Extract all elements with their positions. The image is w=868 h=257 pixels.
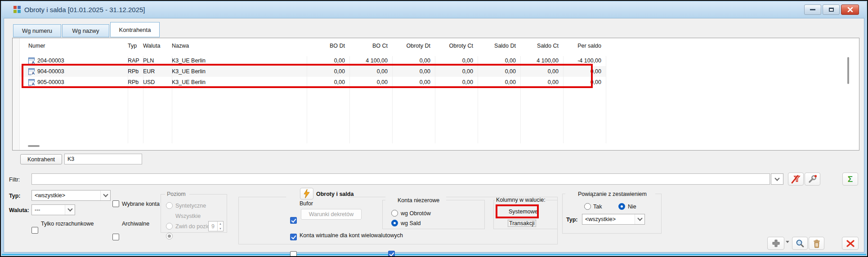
cell-bo-dt: 0,00 [307,55,349,66]
column-header-typ[interactable]: Typ [128,38,143,53]
cell-per-saldo: -4 100,00 [563,55,606,66]
wybrane-konta-checkbox[interactable] [112,200,119,207]
cell-obroty-ct: 0,00 [435,66,478,77]
warunki-dekretow-checkbox[interactable] [290,251,297,257]
account-icon [28,68,35,75]
filter-dropdown-button[interactable] [771,173,783,185]
table-row[interactable]: 905-00003 RPb USD K3_UE Berlin 0,00 0,00… [20,77,606,88]
minimize-icon [810,9,815,10]
cell-obroty-ct: 0,00 [435,77,478,88]
wg-obrotow-radio[interactable] [391,210,398,217]
delete-button[interactable] [809,237,824,250]
cell-typ: RPb [128,77,143,88]
wg-sald-radio[interactable] [391,220,398,226]
archiwalne-checkbox[interactable] [112,234,119,240]
lightning-icon [303,189,310,198]
window-title: Obroty i salda [01.01.2025 - 31.12.2025] [24,6,145,13]
cell-typ: RPb [128,66,143,77]
wybrane-konta-label: Wybrane konta [122,201,160,207]
cell-saldo-dt: 0,00 [478,66,520,77]
table-row[interactable]: 904-00003 RPb EUR K3_UE Berlin 0,00 0,00… [20,66,606,77]
add-dropdown-icon[interactable] [786,241,789,243]
column-gridline [520,56,521,143]
tak-label: Tak [593,204,602,210]
cell-numer: 905-00003 [20,77,128,88]
column-gridline [563,56,564,143]
cell-waluta: USD [143,77,172,88]
sigma-icon: Σ [848,175,853,183]
cell-obroty-ct: 0,00 [435,55,478,66]
waluta-label: Waluta: [9,207,29,213]
close-button[interactable] [841,4,859,15]
column-header-bo-dt[interactable]: BO Dt [307,38,349,53]
column-header-waluta[interactable]: Waluta [143,38,172,53]
column-gridline [128,56,128,143]
archiwalne-label: Archiwalne [122,221,149,227]
cell-waluta: PLN [143,55,172,66]
cell-waluta: EUR [143,66,172,77]
column-header-per-saldo[interactable]: Per saldo [563,38,606,53]
spinner-arrows[interactable]: ▲▼ [217,222,223,231]
column-header-numer[interactable]: Numer [20,38,128,53]
tab-wg-nazwy[interactable]: Wg nazwy [62,24,109,37]
column-header-obroty-ct[interactable]: Obroty Ct [435,38,478,53]
spinner-up-icon[interactable]: ▲ [218,222,223,226]
minimize-button[interactable] [804,4,821,15]
cancel-button[interactable] [842,237,859,250]
cell-saldo-dt: 0,00 [478,77,520,88]
tab-wg-numeru[interactable]: Wg numeru [13,24,61,37]
kontrahent-button[interactable]: Kontrahent [20,154,62,164]
column-gridline [349,56,350,143]
typ-select[interactable]: <wszystkie> [31,190,111,201]
obroty-i-salda-checkbox[interactable] [290,217,297,224]
nie-radio[interactable] [618,203,625,210]
lightning-button[interactable] [300,188,313,199]
column-header-bo-ct[interactable]: BO Ct [349,38,392,53]
tylko-rozrachunkowe-checkbox[interactable] [31,227,38,234]
nie-label: Nie [628,204,636,210]
column-header-obroty-dt[interactable]: Obroty Dt [392,38,435,53]
column-header-saldo-dt[interactable]: Saldo Dt [478,38,520,53]
konta-niezerowe-checkbox[interactable] [388,251,395,257]
poziom-spinner[interactable]: 9 ▲▼ [208,221,224,231]
column-header-nazwa[interactable]: Nazwa [172,38,307,53]
cell-saldo-ct: 0,00 [520,66,563,77]
cell-obroty-dt: 0,00 [392,66,435,77]
table-header-row[interactable]: Numer Typ Waluta Nazwa BO Dt BO Ct Obrot… [20,38,606,56]
sum-button[interactable]: Σ [842,173,858,186]
cell-nazwa: K3_UE Berlin [172,66,307,77]
clear-filter-button[interactable] [788,173,804,186]
waluta-select[interactable]: --- [31,204,75,215]
add-button[interactable] [767,237,784,250]
column-gridline [478,56,478,143]
typ-label: Typ: [9,193,20,199]
cell-bo-ct: 4 100,00 [349,55,392,66]
transakcji-label: Transakcji [508,220,536,227]
filter-settings-button[interactable] [805,173,820,186]
tab-kontrahenta[interactable]: Kontrahenta [110,22,160,37]
powiazanie-label: Powiązanie z zestawieniem [578,191,647,197]
horizontal-scrollbar-thumb[interactable] [28,145,40,147]
vertical-scrollbar-thumb[interactable] [847,57,849,84]
table-row[interactable]: 204-00003 RAP PLN K3_UE Berlin 0,00 4 10… [20,55,606,66]
maximize-button[interactable] [823,4,840,15]
poziom-spinner-value: 9 [209,222,217,231]
chevron-down-icon [65,205,75,215]
column-gridline [172,56,172,143]
column-header-saldo-ct[interactable]: Saldo Ct [520,38,563,53]
cell-nazwa: K3_UE Berlin [172,77,307,88]
bufor-checkbox[interactable] [290,234,297,240]
kontrahent-input[interactable]: K3 [64,154,142,164]
zwin-do-poziomu-radio [166,223,173,230]
tak-radio[interactable] [584,203,591,210]
powiazanie-typ-select[interactable]: <wszystkie> [582,214,645,225]
spinner-down-icon[interactable]: ▼ [218,226,223,231]
powiazanie-typ-label: Typ: [566,217,577,223]
cell-bo-dt: 0,00 [307,66,349,77]
cell-typ: RAP [128,55,143,66]
konta-wirtualne-label: Konta wirtualne dla kont wielowalutowych [300,232,403,239]
cell-saldo-dt: 0,00 [478,55,520,66]
app-window: Obroty i salda [01.01.2025 - 31.12.2025]… [0,0,868,257]
filter-input[interactable] [31,173,770,185]
search-button[interactable] [792,237,808,250]
